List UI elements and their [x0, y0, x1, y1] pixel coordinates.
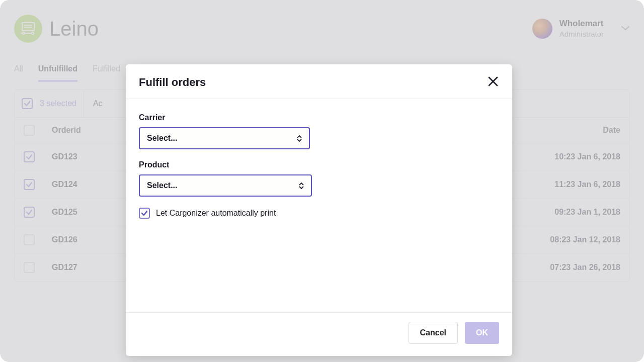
carrier-select-value: Select...	[147, 134, 177, 143]
carrier-select[interactable]: Select...	[139, 127, 310, 149]
select-caret-icon	[299, 183, 304, 189]
carrier-field: Carrier Select...	[139, 113, 499, 149]
fulfill-orders-modal: Fulfill orders Carrier Select... Product…	[126, 64, 512, 356]
carrier-label: Carrier	[139, 113, 499, 122]
modal-title: Fulfill orders	[139, 76, 206, 89]
product-label: Product	[139, 160, 499, 169]
product-select[interactable]: Select...	[139, 174, 312, 197]
close-icon[interactable]	[487, 75, 499, 89]
auto-print-label: Let Cargonizer automatically print	[156, 209, 276, 218]
product-select-value: Select...	[147, 181, 177, 190]
modal-foot: Cancel OK	[126, 312, 512, 356]
product-field: Product Select...	[139, 160, 499, 197]
modal-body: Carrier Select... Product Select...	[126, 99, 512, 312]
ok-button[interactable]: OK	[465, 322, 499, 344]
auto-print-row[interactable]: Let Cargonizer automatically print	[139, 208, 499, 219]
cancel-button[interactable]: Cancel	[409, 322, 458, 344]
modal-head: Fulfill orders	[126, 64, 512, 99]
select-caret-icon	[297, 135, 302, 142]
auto-print-checkbox[interactable]	[139, 208, 150, 219]
